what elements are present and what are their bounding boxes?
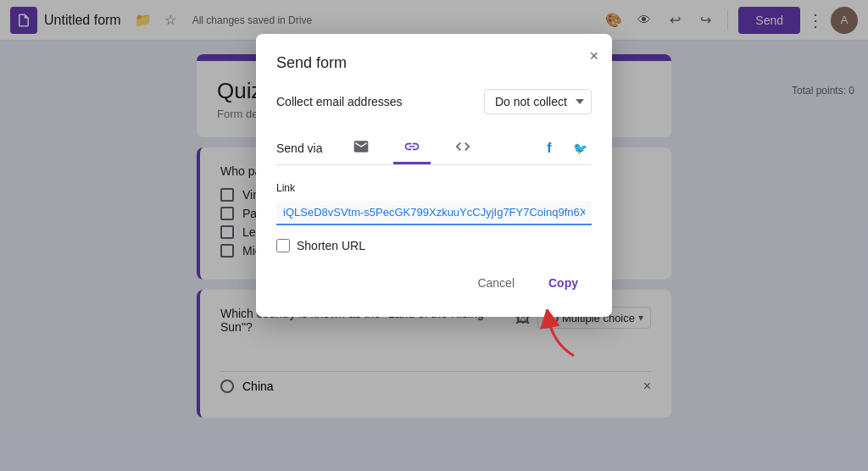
close-button[interactable]: × xyxy=(589,47,598,65)
dialog-title: Send form xyxy=(276,54,592,72)
shorten-checkbox[interactable] xyxy=(276,239,290,252)
shorten-url-row: Shorten URL xyxy=(276,239,592,252)
shorten-label[interactable]: Shorten URL xyxy=(297,239,365,252)
dialog-actions: Cancel Copy xyxy=(276,269,592,296)
twitter-icon[interactable]: 🐦 xyxy=(568,136,592,160)
tab-link[interactable] xyxy=(393,131,431,164)
collect-email-label: Collect email addresses xyxy=(276,95,403,108)
send-via-row: Send via f 🐦 xyxy=(276,131,592,165)
tab-email[interactable] xyxy=(342,131,380,164)
link-label: Link xyxy=(276,182,592,194)
tab-embed[interactable] xyxy=(444,131,481,164)
social-icons: f 🐦 xyxy=(537,136,592,160)
link-section: Link xyxy=(276,182,592,225)
collect-email-select[interactable]: Do not collect xyxy=(484,89,592,114)
modal-overlay: Send form × Collect email addresses Do n… xyxy=(0,0,868,471)
send-form-dialog: Send form × Collect email addresses Do n… xyxy=(256,34,612,317)
send-via-label: Send via xyxy=(276,141,322,155)
link-input[interactable] xyxy=(276,201,592,225)
copy-button[interactable]: Copy xyxy=(535,269,592,296)
arrow-annotation xyxy=(536,309,587,363)
facebook-icon[interactable]: f xyxy=(537,136,561,160)
collect-email-row: Collect email addresses Do not collect xyxy=(276,89,592,114)
cancel-button[interactable]: Cancel xyxy=(464,269,528,296)
